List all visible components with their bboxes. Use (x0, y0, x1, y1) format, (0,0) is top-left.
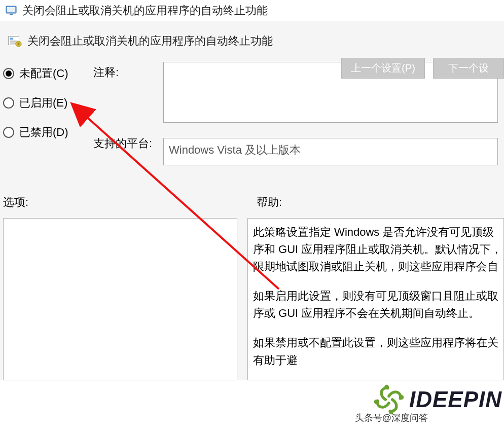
radio-disabled[interactable]: 已禁用(D) (3, 125, 84, 140)
supported-on-label: 支持的平台: (93, 136, 154, 151)
app-icon (5, 5, 17, 17)
help-paragraph: 此策略设置指定 Windows 是否允许没有可见顶级序和 GUI 应用程序阻止或… (253, 224, 503, 275)
radio-label: 未配置(C) (19, 66, 68, 81)
supported-on-field: Windows Vista 及以上版本 (163, 138, 498, 165)
help-label: 帮助: (257, 195, 282, 210)
radio-not-configured[interactable]: 未配置(C) (3, 66, 84, 81)
state-radio-group: 未配置(C) 已启用(E) 已禁用(D) (3, 62, 84, 140)
radio-label: 已启用(E) (19, 95, 67, 111)
next-setting-button[interactable]: 下一个设 (433, 58, 504, 79)
help-paragraph: 如果启用此设置，则没有可见顶级窗口且阻止或取序或 GUI 应用程序不会在关机期间… (253, 288, 503, 322)
svg-rect-1 (7, 7, 15, 12)
svg-rect-8 (18, 43, 20, 46)
title-bar: 关闭会阻止或取消关机的应用程序的自动终止功能 (0, 0, 504, 21)
policy-icon (7, 33, 22, 49)
watermark-text: IDEEPIN (409, 387, 502, 412)
svg-rect-2 (10, 14, 13, 15)
policy-title: 关闭会阻止或取消关机的应用程序的自动终止功能 (27, 33, 273, 49)
svg-point-14 (384, 385, 389, 389)
comment-label: 注释: (93, 65, 154, 80)
svg-point-11 (399, 395, 404, 400)
options-panel (3, 218, 237, 380)
content-area: 关闭会阻止或取消关机的应用程序的自动终止功能 上一个设置(P) 下一个设 未配置… (0, 21, 504, 380)
attribution-text: 头条号@深度问答 (355, 412, 428, 424)
radio-icon (3, 68, 14, 79)
help-panel: 此策略设置指定 Windows 是否允许没有可见顶级序和 GUI 应用程序阻止或… (247, 218, 504, 380)
svg-point-13 (374, 400, 379, 404)
radio-icon (3, 97, 14, 109)
svg-rect-5 (10, 41, 17, 42)
radio-enabled[interactable]: 已启用(E) (3, 95, 84, 111)
options-label: 选项: (3, 195, 257, 210)
field-labels: 注释: 支持的平台: (93, 62, 154, 151)
radio-label: 已禁用(D) (19, 125, 68, 140)
policy-header: 关闭会阻止或取消关机的应用程序的自动终止功能 (0, 21, 504, 49)
help-paragraph: 如果禁用或不配置此设置，则这些应用程序将在关有助于避 (253, 334, 503, 369)
previous-setting-button[interactable]: 上一个设置(P) (341, 58, 425, 79)
svg-rect-4 (10, 38, 14, 40)
radio-icon (3, 127, 14, 138)
window-title: 关闭会阻止或取消关机的应用程序的自动终止功能 (22, 3, 268, 18)
nav-buttons: 上一个设置(P) 下一个设 (341, 58, 504, 79)
